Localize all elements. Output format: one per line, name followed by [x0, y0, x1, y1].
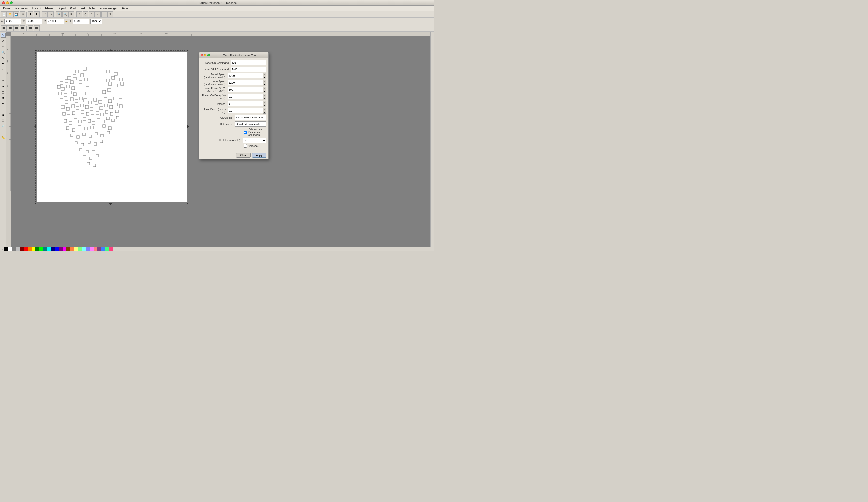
preview-checkbox[interactable] — [244, 144, 247, 148]
pen-btn[interactable]: ✒ — [1, 61, 6, 66]
passes-up[interactable]: ▲ — [263, 101, 266, 104]
laser-speed-up[interactable]: ▲ — [263, 80, 266, 83]
color-swatch[interactable] — [74, 248, 78, 251]
minimize-window-button[interactable] — [6, 1, 9, 4]
pass-depth-input[interactable] — [228, 108, 263, 113]
color-swatch[interactable] — [66, 248, 70, 251]
rect-draw-btn[interactable]: □ — [1, 72, 6, 78]
color-swatch[interactable] — [51, 248, 55, 251]
text-tool[interactable]: T — [101, 11, 107, 17]
node-tool[interactable]: ◇ — [83, 11, 88, 17]
gradient-btn[interactable]: ◫ — [1, 118, 6, 123]
transform-btn[interactable]: ↔ — [1, 44, 6, 49]
power-delay-down[interactable]: ▼ — [263, 97, 266, 100]
power-delay-input[interactable] — [228, 94, 263, 99]
zoom-btn[interactable]: 🔍 — [1, 50, 6, 55]
align-right-btn[interactable]: ⬛ — [13, 25, 19, 31]
save-button[interactable]: 💾 — [13, 11, 19, 17]
passes-input[interactable] — [228, 101, 263, 106]
circle-tool[interactable]: ○ — [95, 11, 101, 17]
color-swatch[interactable] — [20, 248, 24, 251]
ungroup-btn[interactable]: ⬛ — [34, 25, 40, 31]
menu-pfad[interactable]: Pfad — [68, 6, 78, 10]
y-input[interactable] — [25, 19, 42, 24]
laser-speed-down[interactable]: ▼ — [263, 83, 266, 86]
units-select[interactable]: mm in — [242, 138, 266, 143]
color-swatch[interactable] — [101, 248, 105, 251]
power-delay-up[interactable]: ▲ — [263, 94, 266, 97]
text-draw-btn[interactable]: A — [1, 101, 6, 106]
travel-speed-up[interactable]: ▲ — [263, 73, 266, 76]
fill-btn[interactable]: ▣ — [1, 112, 6, 117]
laser-off-input[interactable] — [231, 67, 266, 72]
spiral-btn[interactable]: @ — [1, 95, 6, 100]
pass-depth-down[interactable]: ▼ — [263, 111, 266, 113]
color-swatch[interactable] — [32, 248, 35, 251]
no-color-btn[interactable]: ✕ — [0, 248, 4, 251]
apply-button[interactable]: Apply — [252, 153, 266, 158]
align-center-btn[interactable]: ⬛ — [7, 25, 13, 31]
color-swatch[interactable] — [8, 248, 12, 251]
menu-ebene[interactable]: Ebene — [43, 6, 55, 10]
color-swatch[interactable] — [28, 248, 32, 251]
node-edit-btn[interactable]: ◇ — [1, 38, 6, 43]
directory-input[interactable] — [235, 115, 266, 120]
zoom-fit-button[interactable]: ⊞ — [69, 11, 74, 17]
menu-bearbeiten[interactable]: Bearbeiten — [12, 6, 30, 10]
menu-ansicht[interactable]: Ansicht — [30, 6, 43, 10]
star-btn[interactable]: ★ — [1, 84, 6, 89]
align-left-btn[interactable]: ⬛ — [1, 25, 7, 31]
laser-speed-input[interactable] — [228, 80, 263, 85]
close-window-button[interactable] — [2, 1, 5, 4]
eyedropper-btn[interactable]: 💉 — [1, 123, 6, 129]
export-button[interactable]: ⬆ — [34, 11, 40, 17]
spray-btn[interactable]: ⋮ — [1, 107, 6, 112]
laser-power-input[interactable] — [228, 87, 263, 92]
menu-datei[interactable]: Datei — [1, 6, 12, 10]
color-swatch[interactable] — [82, 248, 86, 251]
menu-text[interactable]: Text — [78, 6, 87, 10]
connector-btn[interactable]: — — [1, 129, 6, 134]
circle-draw-btn[interactable]: ○ — [1, 78, 6, 83]
select-tool-btn[interactable]: ↖ — [1, 32, 6, 38]
color-swatch[interactable] — [90, 248, 94, 251]
color-swatch[interactable] — [39, 248, 43, 251]
redo-button[interactable]: ↪ — [48, 11, 54, 17]
color-swatch[interactable] — [105, 248, 109, 251]
b-input[interactable] — [47, 19, 64, 24]
color-swatch[interactable] — [24, 248, 28, 251]
h-input[interactable] — [73, 19, 90, 24]
zoom-in-button[interactable]: 🔍 — [56, 11, 62, 17]
maximize-window-button[interactable] — [10, 1, 13, 4]
group-btn[interactable]: ⬛ — [28, 25, 33, 31]
menu-objekt[interactable]: Objekt — [55, 6, 68, 10]
color-swatch[interactable] — [4, 248, 8, 251]
color-swatch[interactable] — [70, 248, 74, 251]
color-swatch[interactable] — [97, 248, 101, 251]
laser-power-up[interactable]: ▲ — [263, 87, 266, 90]
print-button[interactable]: 🖨 — [20, 11, 25, 17]
filename-input[interactable] — [235, 121, 266, 127]
new-button[interactable]: 📄 — [1, 11, 7, 17]
menu-filter[interactable]: Filter — [87, 6, 97, 10]
close-button[interactable]: Close — [236, 153, 251, 158]
laser-on-input[interactable] — [231, 60, 266, 66]
append-number-checkbox[interactable] — [244, 131, 247, 134]
color-swatch[interactable] — [12, 248, 16, 251]
select-tool[interactable]: ↖ — [76, 11, 82, 17]
color-swatch[interactable] — [109, 248, 113, 251]
path-tool[interactable]: ✎ — [107, 11, 113, 17]
undo-button[interactable]: ↩ — [42, 11, 48, 17]
zoom-out-button[interactable]: 🔍 — [62, 11, 68, 17]
pencil-btn[interactable]: ✎ — [1, 55, 6, 60]
color-swatch[interactable] — [16, 248, 20, 251]
unit-select[interactable]: mm in px — [90, 19, 102, 24]
measure-btn[interactable]: 📏 — [1, 135, 6, 140]
dialog-min-btn[interactable] — [204, 54, 206, 56]
menu-hilfe[interactable]: Hilfe — [120, 6, 130, 10]
dialog-max-btn[interactable] — [207, 54, 210, 56]
pass-depth-up[interactable]: ▲ — [263, 108, 266, 111]
dialog-close-btn[interactable] — [201, 54, 203, 56]
color-swatch[interactable] — [55, 248, 59, 251]
3d-box-btn[interactable]: ◫ — [1, 89, 6, 94]
